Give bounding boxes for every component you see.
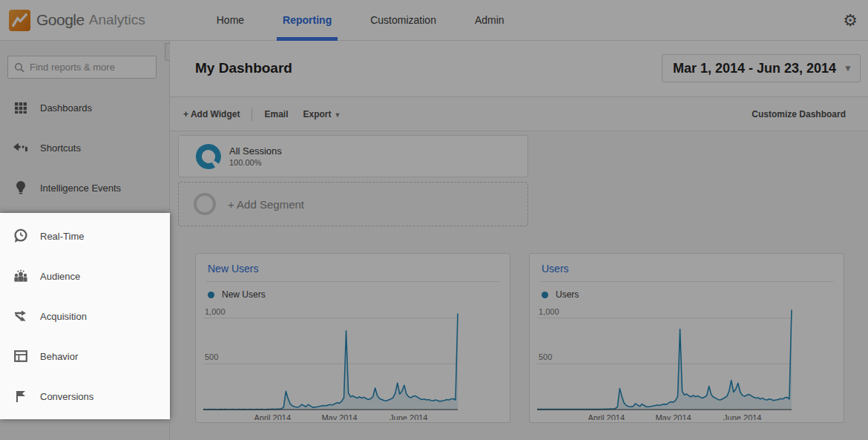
sidebar-item-audience[interactable]: Audience bbox=[0, 256, 170, 296]
sidebar-item-label: Real-Time bbox=[40, 231, 84, 242]
behavior-layout-icon bbox=[13, 348, 29, 364]
sidebar-item-real-time[interactable]: Real-Time bbox=[0, 216, 170, 256]
sidebar-item-acquisition[interactable]: Acquisition bbox=[0, 296, 170, 336]
sidebar-item-label: Behavior bbox=[40, 351, 78, 362]
sidebar-item-label: Acquisition bbox=[40, 311, 87, 322]
sidebar-item-label: Audience bbox=[40, 271, 80, 282]
conversions-flag-icon bbox=[13, 388, 29, 404]
audience-people-icon bbox=[13, 268, 29, 284]
sidebar-item-conversions[interactable]: Conversions bbox=[0, 376, 170, 416]
sidebar-item-behavior[interactable]: Behavior bbox=[0, 336, 170, 376]
acquisition-arrows-icon bbox=[13, 308, 29, 324]
google-analytics-app: Google Analytics Home Reporting Customiz… bbox=[0, 0, 868, 440]
sidebar-item-label: Conversions bbox=[40, 391, 93, 402]
realtime-clock-bubble-icon bbox=[13, 228, 29, 244]
sidebar-highlighted-group: Real-Time Audience bbox=[0, 213, 170, 419]
